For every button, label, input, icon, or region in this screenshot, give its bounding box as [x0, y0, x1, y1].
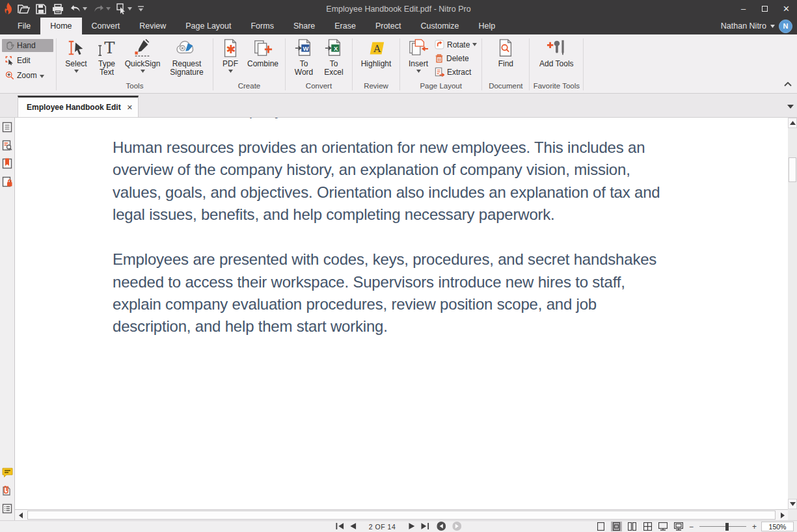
tab-home[interactable]: Home	[40, 18, 81, 34]
undo-button[interactable]	[70, 5, 87, 14]
zoom-tool-button[interactable]: Zoom	[2, 69, 53, 82]
rotate-label: Rotate	[447, 40, 470, 49]
pdf-button[interactable]: ✱ PDF	[218, 37, 243, 73]
tab-close-icon[interactable]: ✕	[125, 103, 135, 112]
extract-label: Extract	[447, 68, 471, 77]
quicksign-label: QuickSign	[125, 60, 161, 68]
save-button[interactable]	[36, 4, 46, 14]
previous-page-button[interactable]	[350, 523, 356, 531]
to-word-button[interactable]: W To Word	[290, 37, 317, 77]
security-icon[interactable]	[2, 176, 12, 190]
view-mode-fit-width[interactable]	[658, 522, 669, 531]
history-back-button[interactable]	[437, 522, 446, 532]
collapse-ribbon-button[interactable]	[784, 77, 792, 89]
scroll-down-button[interactable]	[788, 499, 797, 509]
zoom-out-button[interactable]: −	[689, 522, 694, 531]
minimize-button[interactable]: –	[733, 0, 754, 18]
select-button[interactable]: Select	[61, 37, 91, 73]
ribbon-group-document: Find Document	[482, 34, 529, 93]
quicksign-icon	[133, 38, 152, 58]
close-button[interactable]: ✕	[776, 0, 797, 18]
view-mode-continuous-facing[interactable]	[642, 522, 653, 531]
document-page[interactable]: company. Human resources provides an ori…	[15, 118, 788, 509]
triangle-right-icon	[781, 512, 785, 518]
tab-convert[interactable]: Convert	[82, 18, 130, 34]
extract-icon	[435, 67, 444, 77]
attachments-icon[interactable]	[2, 485, 12, 499]
panel-sidebar	[0, 118, 15, 520]
tab-review[interactable]: Review	[129, 18, 176, 34]
svg-text:A: A	[373, 43, 381, 55]
tab-forms[interactable]: Forms	[241, 18, 283, 34]
add-tools-button[interactable]: Add Tools	[539, 37, 574, 68]
rotate-button[interactable]: Rotate	[435, 39, 477, 50]
horizontal-scrollbar[interactable]	[15, 509, 788, 520]
print-button[interactable]	[52, 4, 64, 14]
avatar[interactable]: N	[779, 20, 792, 33]
insert-button[interactable]: Insert	[405, 37, 432, 73]
vertical-scroll-track[interactable]	[788, 128, 797, 499]
edit-tool-button[interactable]: Edit	[2, 54, 53, 67]
zoom-level-field[interactable]: 150%	[761, 522, 794, 531]
vertical-scroll-thumb[interactable]	[789, 157, 796, 182]
hand-tool-button[interactable]: Hand	[2, 39, 53, 52]
vertical-scrollbar[interactable]	[788, 118, 797, 520]
redo-button[interactable]	[93, 5, 111, 14]
tab-page-layout[interactable]: Page Layout	[176, 18, 241, 34]
maximize-button[interactable]	[754, 0, 776, 18]
history-forward-button[interactable]	[452, 522, 461, 532]
last-page-button[interactable]	[421, 523, 429, 531]
customize-quick-access-button[interactable]	[138, 6, 144, 12]
select-tool-button[interactable]	[116, 3, 132, 14]
tab-erase[interactable]: Erase	[325, 18, 366, 34]
first-page-button[interactable]	[336, 523, 344, 531]
scroll-left-button[interactable]	[15, 510, 26, 520]
zoom-in-button[interactable]: +	[752, 522, 757, 531]
page-indicator[interactable]: 2 OF 14	[369, 523, 396, 531]
chevron-up-icon	[784, 82, 792, 86]
group-label-convert: Convert	[286, 82, 352, 93]
nitro-logo-icon	[4, 3, 13, 14]
tab-share[interactable]: Share	[284, 18, 325, 34]
maximize-icon	[762, 6, 768, 12]
ribbon-group-create: ✱ PDF Combine Create	[213, 34, 285, 93]
ribbon: Hand Edit Zoom Select T Type Text	[0, 34, 797, 94]
to-excel-button[interactable]: X To Excel	[320, 37, 347, 77]
extract-button[interactable]: Extract	[435, 66, 477, 77]
view-mode-single-page[interactable]	[595, 522, 606, 531]
zoom-icon	[5, 71, 14, 80]
view-mode-fit-page[interactable]	[673, 522, 684, 531]
scroll-up-button[interactable]	[788, 118, 797, 128]
request-signature-button[interactable]: Request Signature	[165, 37, 208, 77]
zoom-slider[interactable]	[699, 526, 746, 527]
type-text-button[interactable]: T Type Text	[94, 37, 120, 77]
delete-button[interactable]: Delete	[435, 53, 477, 64]
paragraph1-line2: overview of the company history, an expl…	[113, 159, 630, 181]
horizontal-scroll-thumb[interactable]	[27, 511, 776, 520]
group-label-create: Create	[213, 82, 285, 93]
view-mode-continuous[interactable]	[611, 522, 622, 531]
document-tab[interactable]: Employee Handbook Edit ✕	[18, 96, 139, 117]
scroll-right-button[interactable]	[777, 510, 788, 520]
zoom-slider-handle[interactable]	[725, 523, 729, 531]
view-mode-side-by-side[interactable]	[627, 522, 638, 531]
tab-customize[interactable]: Customize	[411, 18, 469, 34]
user-menu[interactable]: Nathan Nitro N	[721, 18, 792, 34]
delete-label: Delete	[446, 54, 469, 63]
next-page-button[interactable]	[409, 523, 414, 531]
tab-file[interactable]: File	[8, 18, 40, 34]
user-name: Nathan Nitro	[721, 21, 766, 31]
combine-button[interactable]: Combine	[245, 37, 280, 68]
tab-list-button[interactable]	[787, 100, 794, 111]
pages-panel-icon[interactable]	[2, 122, 12, 135]
comments-icon[interactable]	[2, 468, 13, 481]
open-button[interactable]	[18, 4, 30, 14]
search-document-icon[interactable]	[2, 140, 12, 153]
quicksign-button[interactable]: QuickSign	[122, 37, 163, 73]
output-panel-icon[interactable]	[2, 503, 12, 516]
tab-protect[interactable]: Protect	[366, 18, 411, 34]
tab-help[interactable]: Help	[469, 18, 506, 34]
bookmarks-icon[interactable]	[2, 158, 12, 172]
highlight-button[interactable]: A Highlight	[357, 37, 395, 68]
find-button[interactable]: Find	[491, 37, 520, 68]
